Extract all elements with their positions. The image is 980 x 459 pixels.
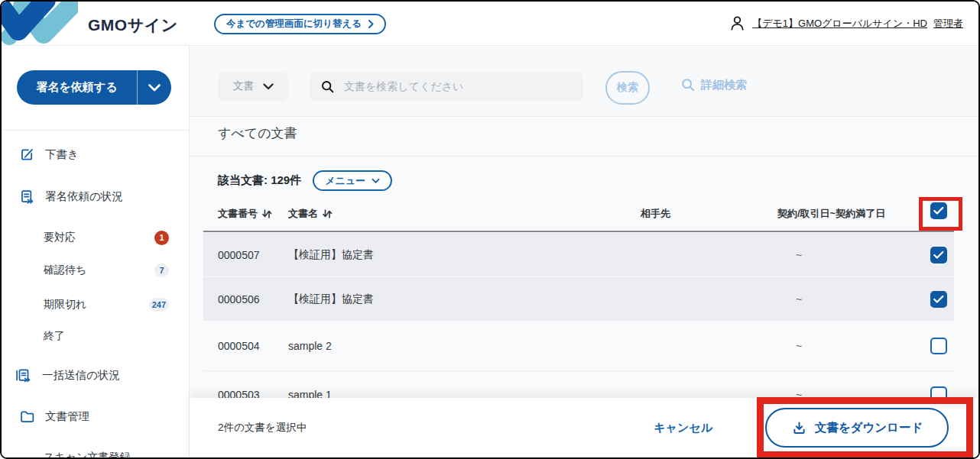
row-checkbox[interactable] xyxy=(930,338,947,354)
select-all-checkbox[interactable] xyxy=(930,202,947,219)
document-number: 0000506 xyxy=(218,293,260,305)
document-number: 0000507 xyxy=(218,249,260,261)
column-partner: 相手先 xyxy=(641,207,670,221)
section-divider xyxy=(190,156,978,157)
download-icon xyxy=(791,420,807,436)
table-header: 文書番号 文書名 相手先 契約/取引日~契約満了日 xyxy=(190,202,978,229)
draft-icon xyxy=(18,146,35,163)
contract-dates: ~ xyxy=(796,340,802,352)
request-signature-button[interactable]: 署名を依頼する xyxy=(17,70,171,105)
table-header-divider xyxy=(203,231,954,232)
chevron-right-icon xyxy=(368,20,374,28)
selection-action-bar: 2件の文書を選択中 キャンセル 文書をダウンロード xyxy=(190,398,978,457)
document-name: 【検証用】協定書 xyxy=(288,293,374,306)
sort-icon[interactable] xyxy=(322,208,333,219)
document-number: 0000504 xyxy=(218,340,260,352)
sidebar-item-bulk-send-status[interactable]: 一括送信の状況 xyxy=(2,364,189,386)
table-row[interactable]: 0000506 【検証用】協定書 ~ xyxy=(203,277,954,321)
switch-admin-screen-button[interactable]: 今までの管理画面に切り替える xyxy=(214,14,386,34)
search-button[interactable]: 検索 xyxy=(605,71,650,105)
account-area: 【デモ1】GMOグローバルサイン・HD 管理者 xyxy=(729,2,963,45)
app-window: GMOサイン 今までの管理画面に切り替える 【デモ1】GMOグローバルサイン・H… xyxy=(0,0,980,459)
bulk-send-icon xyxy=(15,367,32,383)
column-document-number: 文書番号 xyxy=(218,207,258,221)
result-count-row: 該当文書: 129件 メニュー xyxy=(218,170,392,191)
menu-button-label: メニュー xyxy=(325,174,365,188)
column-document-name: 文書名 xyxy=(288,207,318,221)
search-category-dropdown[interactable]: 文書 xyxy=(218,72,288,101)
search-toolbar: 文書 検索 詳細検索 xyxy=(190,45,978,117)
document-name: 【検証用】協定書 xyxy=(288,248,374,262)
top-header: GMOサイン 今までの管理画面に切り替える 【デモ1】GMOグローバルサイン・H… xyxy=(2,2,978,46)
sidebar-item-label: 下書き xyxy=(45,147,79,162)
selection-status-label: 2件の文書を選択中 xyxy=(218,421,307,435)
sidebar-item-label: 一括送信の状況 xyxy=(42,368,120,383)
advanced-search-link[interactable]: 詳細検索 xyxy=(680,77,747,92)
person-icon xyxy=(729,15,746,32)
search-icon xyxy=(680,77,696,92)
sidebar-item-label: 文書管理 xyxy=(45,409,89,424)
sidebar-item-label: 期限切れ xyxy=(44,298,86,312)
sidebar-item-label: 確認待ち xyxy=(44,263,86,277)
sidebar-item-label: 要対応 xyxy=(44,231,76,244)
sidebar-item-scan-document-register[interactable]: スキャン文書登録 xyxy=(2,447,189,459)
column-contract-dates: 契約/取引日~契約満了日 xyxy=(777,207,885,221)
sidebar-item-document-management[interactable]: 文書管理 xyxy=(2,406,189,427)
search-field xyxy=(310,72,583,101)
sidebar-item-label: スキャン文書登録 xyxy=(44,451,130,459)
sidebar-item-finished[interactable]: 終了 xyxy=(2,325,189,347)
contract-dates: ~ xyxy=(796,293,802,305)
chevron-down-icon xyxy=(263,83,274,90)
account-role-link[interactable]: 管理者 xyxy=(933,17,963,31)
sidebar-item-drafts[interactable]: 下書き xyxy=(2,144,189,165)
request-signature-label: 署名を依頼する xyxy=(17,70,137,105)
sidebar-item-signature-status[interactable]: 署名依頼の状況 xyxy=(2,186,189,207)
folder-icon xyxy=(18,408,35,425)
advanced-search-label: 詳細検索 xyxy=(701,78,747,92)
table-row[interactable]: 0000507 【検証用】協定書 ~ xyxy=(203,233,954,276)
document-name: sample 2 xyxy=(288,340,332,352)
table-row[interactable]: 0000504 sample 2 ~ xyxy=(203,322,954,370)
action-required-count-badge: 1 xyxy=(154,231,169,245)
signature-status-icon xyxy=(18,188,35,205)
chevron-down-icon xyxy=(372,178,380,184)
sidebar-item-expired[interactable]: 期限切れ 247 xyxy=(2,294,189,315)
download-documents-button[interactable]: 文書をダウンロード xyxy=(765,408,949,448)
download-button-label: 文書をダウンロード xyxy=(815,420,923,436)
cancel-button[interactable]: キャンセル xyxy=(649,420,717,436)
contract-dates: ~ xyxy=(796,249,802,261)
request-signature-dropdown[interactable] xyxy=(138,70,171,105)
sidebar-item-waiting-confirmation[interactable]: 確認待ち 7 xyxy=(2,260,189,281)
sidebar-item-label: 署名依頼の状況 xyxy=(45,189,123,204)
expired-count-badge: 247 xyxy=(149,298,169,312)
search-input[interactable] xyxy=(342,79,573,93)
sidebar-divider xyxy=(2,130,189,131)
row-checkbox[interactable] xyxy=(930,247,947,263)
switch-admin-screen-label: 今までの管理画面に切り替える xyxy=(226,18,362,31)
logo-wordmark: GMOサイン xyxy=(88,15,178,36)
search-category-value: 文書 xyxy=(233,79,255,93)
search-icon xyxy=(320,79,335,94)
main-content: 文書 検索 詳細検索 すべての文書 該当文書: 129件 メニュー xyxy=(190,45,978,457)
sort-icon[interactable] xyxy=(261,208,272,219)
waiting-confirmation-count-badge: 7 xyxy=(154,263,169,277)
sidebar-item-action-required[interactable]: 要対応 1 xyxy=(2,227,189,248)
account-name-link[interactable]: 【デモ1】GMOグローバルサイン・HD xyxy=(752,17,927,31)
menu-button[interactable]: メニュー xyxy=(313,170,392,191)
gmo-sign-logo-icon xyxy=(2,2,78,45)
sidebar: 署名を依頼する 下書き 署名依頼の状況 要対応 1 確認待ち 7 xyxy=(2,45,190,457)
page-title: すべての文書 xyxy=(218,124,297,142)
result-count-label: 該当文書: 129件 xyxy=(218,173,301,188)
row-checkbox[interactable] xyxy=(930,291,947,308)
chevron-down-icon xyxy=(148,84,161,92)
sidebar-item-label: 終了 xyxy=(44,329,65,343)
